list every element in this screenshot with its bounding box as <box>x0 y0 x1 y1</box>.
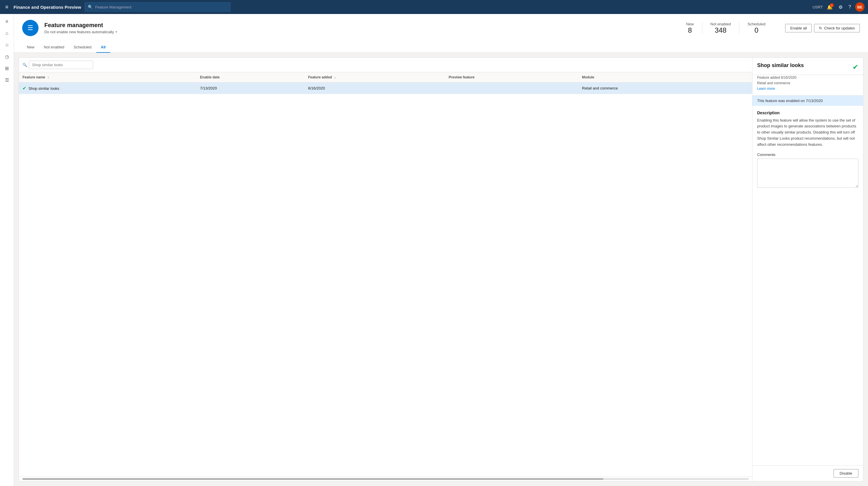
hamburger-icon[interactable]: ≡ <box>3 2 10 12</box>
horizontal-scrollbar-area <box>19 477 752 481</box>
check-for-updates-button[interactable]: ↻ Check for updates <box>814 24 860 32</box>
cell-module: Retail and commerce <box>579 83 752 94</box>
detail-module: Retail and commerce <box>757 80 858 86</box>
col-enable-date[interactable]: Enable date <box>197 72 305 83</box>
feature-management-icon: ☰ <box>27 24 33 32</box>
page-header-top: ☰ Feature management Do not enable new f… <box>22 20 860 41</box>
detail-body: Description Enabling this feature will a… <box>752 106 863 465</box>
sidebar-item-list[interactable]: ☰ <box>2 75 12 85</box>
refresh-icon: ↻ <box>819 26 822 30</box>
detail-description-text: Enabling this feature will allow the sys… <box>757 118 858 148</box>
nav-icons: USRT 🔔 1 ⚙ ? BE <box>812 2 865 12</box>
col-module[interactable]: Module <box>579 72 752 83</box>
feature-list-panel: 🔍 Feature name ↑ <box>19 58 752 481</box>
stat-scheduled-value: 0 <box>747 26 765 34</box>
stat-not-enabled-label: Not enabled <box>710 22 731 26</box>
tab-all[interactable]: All <box>96 42 111 53</box>
stat-not-enabled: Not enabled 348 <box>702 22 739 34</box>
global-search-bar[interactable]: 🔍 <box>85 2 230 12</box>
tab-new[interactable]: New <box>22 42 39 53</box>
stat-not-enabled-value: 348 <box>710 26 731 34</box>
table-row[interactable]: ✔ Shop similar looks 7/13/2020 6/16/2020… <box>19 83 752 94</box>
header-actions: Enable all ↻ Check for updates <box>785 24 860 32</box>
notification-badge: 1 <box>830 3 834 7</box>
page-title-area: Feature management Do not enable new fea… <box>44 22 672 34</box>
col-module-label: Module <box>582 75 594 79</box>
sidebar-item-home[interactable]: ⌂ <box>2 28 12 38</box>
stat-scheduled: Scheduled 0 <box>739 22 773 34</box>
settings-button[interactable]: ⚙ <box>837 3 844 12</box>
page-header: ☰ Feature management Do not enable new f… <box>14 14 868 53</box>
search-icon: 🔍 <box>88 5 93 9</box>
user-label: USRT <box>812 5 823 9</box>
main-area: 🔍 Feature name ↑ <box>14 53 868 486</box>
header-stats: New 8 Not enabled 348 Scheduled 0 <box>678 22 774 34</box>
cell-enable-date: 7/13/2020 <box>197 83 305 94</box>
sidebar-item-favorites[interactable]: ☆ <box>2 40 12 50</box>
stat-new-value: 8 <box>686 26 694 34</box>
detail-panel: Shop similar looks ✔ Feature added 6/16/… <box>752 58 863 481</box>
main-layout: ≡ ⌂ ☆ ◷ ⊞ ☰ ☰ Feature management Do not … <box>0 14 868 486</box>
left-sidebar: ≡ ⌂ ☆ ◷ ⊞ ☰ <box>0 14 14 486</box>
check-updates-label: Check for updates <box>824 26 855 30</box>
description-section-title: Description <box>757 110 858 115</box>
chevron-down-icon: ▾ <box>116 30 117 34</box>
detail-footer: Disable <box>752 465 863 481</box>
sidebar-item-hamburger[interactable]: ≡ <box>2 16 12 27</box>
feature-table: Feature name ↑ Enable date Feature added… <box>19 72 752 477</box>
disable-button[interactable]: Disable <box>834 469 858 478</box>
page-title: Feature management <box>44 22 672 29</box>
detail-meta: Feature added 6/16/2020 Retail and comme… <box>752 75 863 96</box>
avatar[interactable]: BE <box>855 2 865 12</box>
page-icon: ☰ <box>22 20 38 36</box>
col-preview-feature-label: Preview feature <box>449 75 475 79</box>
comments-label: Comments <box>757 153 858 157</box>
page-tabs: New Not enabled Scheduled All <box>22 42 860 53</box>
sidebar-item-recent[interactable]: ◷ <box>2 51 12 62</box>
col-preview-feature[interactable]: Preview feature <box>445 72 579 83</box>
notification-button[interactable]: 🔔 1 <box>825 3 834 12</box>
col-feature-added-label: Feature added <box>308 75 332 79</box>
page-subtitle-dropdown[interactable]: Do not enable new features automatically… <box>44 30 672 34</box>
feature-search-bar: 🔍 <box>19 58 752 72</box>
scrollbar-thumb[interactable] <box>23 478 603 480</box>
cell-feature-name: ✔ Shop similar looks <box>19 83 197 94</box>
tab-not-enabled[interactable]: Not enabled <box>39 42 69 53</box>
cell-feature-name-text: Shop similar looks <box>29 86 60 91</box>
enabled-check-icon: ✔ <box>23 86 26 91</box>
stat-scheduled-label: Scheduled <box>747 22 765 26</box>
global-search-input[interactable] <box>95 5 227 9</box>
cell-feature-added: 6/16/2020 <box>305 83 445 94</box>
cell-preview-feature <box>445 83 579 94</box>
scrollbar-track[interactable] <box>23 478 749 480</box>
sort-desc-icon: ↓ <box>334 75 336 79</box>
help-button[interactable]: ? <box>847 3 853 11</box>
tab-scheduled[interactable]: Scheduled <box>69 42 96 53</box>
enable-all-button[interactable]: Enable all <box>785 24 812 32</box>
top-navigation: ≡ Finance and Operations Preview 🔍 USRT … <box>0 0 868 14</box>
learn-more-link[interactable]: Learn more <box>757 87 775 91</box>
feature-search-icon: 🔍 <box>23 63 27 67</box>
col-feature-name[interactable]: Feature name ↑ <box>19 72 197 83</box>
detail-enabled-icon: ✔ <box>852 63 858 71</box>
comments-textarea[interactable] <box>757 159 858 188</box>
detail-header: Shop similar looks ✔ <box>752 58 863 75</box>
detail-enabled-notice: This feature was enabled on 7/13/2020 <box>752 96 863 106</box>
stat-new-label: New <box>686 22 694 26</box>
page-content: ☰ Feature management Do not enable new f… <box>14 14 868 486</box>
col-feature-added[interactable]: Feature added ↓ <box>305 72 445 83</box>
detail-feature-added: Feature added 6/16/2020 <box>757 75 858 80</box>
feature-search-input[interactable] <box>29 61 93 69</box>
col-feature-name-label: Feature name <box>23 75 45 79</box>
detail-title: Shop similar looks <box>757 62 804 68</box>
page-subtitle-text: Do not enable new features automatically <box>44 30 114 34</box>
sort-asc-icon: ↑ <box>47 75 49 79</box>
stat-new: New 8 <box>678 22 702 34</box>
app-title: Finance and Operations Preview <box>14 5 82 10</box>
col-enable-date-label: Enable date <box>200 75 220 79</box>
sidebar-item-dashboard[interactable]: ⊞ <box>2 63 12 73</box>
